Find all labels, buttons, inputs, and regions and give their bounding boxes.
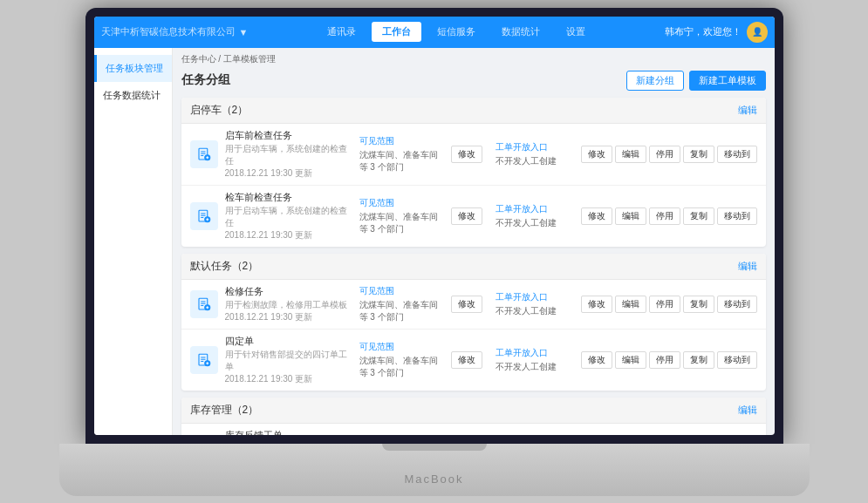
template-desc: 用于检测故障，检修用工单模板2018.12.21 19:30 更新 [225, 299, 352, 323]
action-move[interactable]: 移动到 [717, 146, 757, 163]
entry-value: 不开发人工创建 [496, 361, 574, 373]
template-name: 检车前检查任务 [225, 191, 352, 204]
template-desc: 用于启动车辆，系统创建的检查任2018.12.21 19:30 更新 [225, 205, 352, 241]
template-name: 库存反馈工单 [225, 429, 352, 435]
nav-contacts[interactable]: 通讯录 [317, 22, 366, 42]
sidebar-item-template-management[interactable]: 任务板块管理 [94, 55, 172, 82]
template-name: 四定单 [225, 335, 352, 348]
section-parking-header: 启停车（2） 编辑 [181, 98, 766, 124]
action-edit[interactable]: 编辑 [615, 351, 646, 369]
section-warehouse-title: 库存管理（2） [190, 403, 259, 418]
table-row: 启车前检查任务 用于启动车辆，系统创建的检查任2018.12.21 19:30 … [181, 124, 766, 186]
action-copy[interactable]: 复制 [683, 207, 714, 225]
user-area: 韩布宁，欢迎您！ 👤 [665, 22, 768, 43]
action-disable[interactable]: 停用 [649, 207, 680, 225]
action-copy[interactable]: 复制 [683, 296, 714, 313]
brand-dropdown-icon[interactable]: ▼ [239, 27, 249, 37]
sidebar-item-task-stats[interactable]: 任务数据统计 [94, 82, 172, 109]
template-icon [190, 290, 218, 318]
entry-value: 不开发人工创建 [496, 305, 574, 317]
section-parking: 启停车（2） 编辑 [181, 98, 766, 247]
entry-label: 工单开放入口 [496, 141, 574, 153]
table-row: 库存反馈工单 适用于巡视停车管理区域的工单处2018.12.21 19:30 更… [181, 424, 766, 435]
action-edit[interactable]: 编辑 [615, 207, 646, 225]
new-template-button[interactable]: 新建工单模板 [689, 71, 766, 91]
entry-label: 工单开放入口 [496, 203, 574, 215]
nav-sms[interactable]: 短信服务 [427, 22, 486, 42]
section-warehouse-header: 库存管理（2） 编辑 [181, 398, 766, 424]
action-disable[interactable]: 停用 [649, 351, 680, 369]
macbook-label: MacBook [404, 472, 463, 486]
brand-name: 天津中析智碳信息技术有限公司 [101, 25, 236, 38]
template-visibility: 可见范围 沈煤车间、准备车间等 3 个部门 [359, 197, 438, 235]
template-visibility: 可见范围 沈煤车间、准备车间等 3 个部门 [359, 135, 438, 173]
template-info: 启车前检查任务 用于启动车辆，系统创建的检查任2018.12.21 19:30 … [225, 129, 352, 180]
section-warehouse: 库存管理（2） 编辑 [181, 398, 766, 435]
visibility-value: 沈煤车间、准备车间等 3 个部门 [359, 149, 438, 173]
breadcrumb: 任务中心 / 工单模板管理 [181, 53, 766, 65]
entry-label: 工单开放入口 [496, 291, 574, 303]
template-entry: 工单开放入口 不开发人工创建 [496, 141, 574, 167]
section-default: 默认任务（2） 编辑 [181, 254, 766, 391]
header-buttons: 新建分组 新建工单模板 [626, 71, 766, 91]
template-name: 检修任务 [225, 285, 352, 298]
modify-button[interactable]: 修改 [451, 296, 482, 313]
template-actions: 修改 编辑 停用 复制 移动到 [581, 207, 757, 225]
section-warehouse-edit[interactable]: 编辑 [738, 404, 757, 417]
action-move[interactable]: 移动到 [717, 296, 757, 313]
modify-button[interactable]: 修改 [451, 207, 482, 225]
laptop-base: MacBook [59, 444, 810, 496]
template-modify: 修改 [445, 296, 489, 313]
action-move[interactable]: 移动到 [717, 351, 757, 369]
action-disable[interactable]: 停用 [649, 296, 680, 313]
visibility-label: 可见范围 [359, 197, 438, 209]
nav-stats[interactable]: 数据统计 [491, 22, 550, 42]
action-modify[interactable]: 修改 [581, 146, 612, 163]
action-modify[interactable]: 修改 [581, 351, 612, 369]
template-visibility: 可见范围 沈煤车间、准备车间等 3 个部门 [359, 341, 438, 379]
new-group-button[interactable]: 新建分组 [626, 71, 684, 91]
template-icon [190, 202, 218, 230]
nav-workbench[interactable]: 工作台 [372, 22, 421, 42]
template-desc: 用于针对销售部提交的四订单工单2018.12.21 19:30 更新 [225, 349, 352, 385]
brand-area[interactable]: 天津中析智碳信息技术有限公司 ▼ [101, 25, 249, 38]
action-copy[interactable]: 复制 [683, 351, 714, 369]
template-name: 启车前检查任务 [225, 129, 352, 142]
action-modify[interactable]: 修改 [581, 207, 612, 225]
template-info: 四定单 用于针对销售部提交的四订单工单2018.12.21 19:30 更新 [225, 335, 352, 385]
action-disable[interactable]: 停用 [649, 146, 680, 163]
table-row: 检车前检查任务 用于启动车辆，系统创建的检查任2018.12.21 19:30 … [181, 186, 766, 247]
action-edit[interactable]: 编辑 [615, 296, 646, 313]
section-default-title: 默认任务（2） [190, 259, 259, 274]
action-modify[interactable]: 修改 [581, 296, 612, 313]
template-icon [190, 140, 218, 168]
template-info: 检修任务 用于检测故障，检修用工单模板2018.12.21 19:30 更新 [225, 285, 352, 323]
visibility-value: 沈煤车间、准备车间等 3 个部门 [359, 355, 438, 379]
action-copy[interactable]: 复制 [683, 146, 714, 163]
visibility-label: 可见范围 [359, 341, 438, 353]
template-modify: 修改 [445, 207, 489, 225]
template-actions: 修改 编辑 停用 复制 移动到 [581, 146, 757, 163]
nav-settings[interactable]: 设置 [556, 22, 596, 42]
section-parking-title: 启停车（2） [190, 103, 249, 118]
template-icon [190, 346, 218, 374]
template-visibility: 可见范围 沈煤车间、准备车间等 3 个部门 [359, 285, 438, 323]
section-default-header: 默认任务（2） 编辑 [181, 254, 766, 280]
modify-button[interactable]: 修改 [451, 146, 482, 163]
main-content: 任务中心 / 工单模板管理 任务分组 新建分组 新建工单模板 启停车（2） [173, 48, 775, 435]
user-greeting: 韩布宁，欢迎您！ [665, 25, 742, 38]
action-edit[interactable]: 编辑 [615, 146, 646, 163]
avatar[interactable]: 👤 [747, 22, 768, 43]
template-desc: 用于启动车辆，系统创建的检查任2018.12.21 19:30 更新 [225, 143, 352, 180]
template-modify: 修改 [445, 351, 489, 369]
table-row: 检修任务 用于检测故障，检修用工单模板2018.12.21 19:30 更新 可… [181, 280, 766, 330]
section-default-edit[interactable]: 编辑 [738, 260, 757, 273]
visibility-label: 可见范围 [359, 135, 438, 147]
table-row: 四定单 用于针对销售部提交的四订单工单2018.12.21 19:30 更新 可… [181, 330, 766, 391]
sidebar: 任务板块管理 任务数据统计 [94, 48, 173, 435]
section-parking-edit[interactable]: 编辑 [738, 104, 757, 117]
modify-button[interactable]: 修改 [451, 351, 482, 369]
template-info: 库存反馈工单 适用于巡视停车管理区域的工单处2018.12.21 19:30 更… [225, 429, 352, 435]
topbar: 天津中析智碳信息技术有限公司 ▼ 通讯录 工作台 短信服务 数据统计 设置 韩布… [94, 17, 775, 48]
action-move[interactable]: 移动到 [717, 207, 757, 225]
